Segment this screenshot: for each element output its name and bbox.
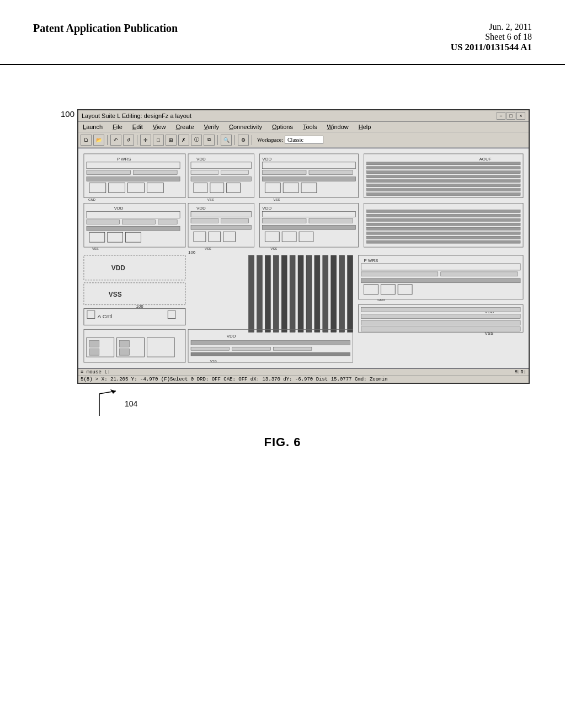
label-104: 104: [125, 399, 137, 408]
toolbar-sep-5: [252, 135, 252, 145]
svg-rect-62: [221, 218, 249, 223]
toolbar-sep-2: [137, 135, 137, 145]
svg-rect-45: [366, 193, 520, 196]
svg-rect-130: [89, 340, 99, 347]
maximize-button[interactable]: □: [507, 112, 515, 120]
svg-text:GND: GND: [88, 198, 96, 201]
menu-options[interactable]: Options: [270, 123, 295, 131]
app-toolbar: 🗋 📂 ↶ ↺ ✛ □ ⊞ ✗ ⓘ ⧉ 🔍 ⚙ Workspace: Class…: [78, 132, 529, 148]
svg-rect-40: [366, 171, 520, 174]
toolbar-shape[interactable]: □: [153, 135, 164, 146]
toolbar-search[interactable]: 🔍: [221, 135, 232, 146]
svg-text:P WRS: P WRS: [117, 157, 131, 162]
svg-rect-73: [262, 225, 355, 229]
svg-text:VSS: VSS: [270, 247, 277, 250]
cmd-text: 5(8) > X: 21.205 Y: -4.970 (F)Select 0 D…: [81, 377, 387, 382]
svg-rect-138: [232, 347, 271, 350]
svg-rect-20: [221, 170, 249, 175]
svg-rect-50: [122, 220, 156, 224]
toolbar-undo[interactable]: ↶: [110, 135, 121, 146]
svg-text:VDD: VDD: [262, 157, 271, 162]
toolbar-sep-1: [107, 135, 108, 145]
menu-launch[interactable]: Launch: [81, 123, 105, 131]
figure-caption: FIG. 6: [33, 435, 532, 449]
app-statusbar: ≡ mouse L: M: R:: [78, 368, 529, 376]
svg-rect-139: [273, 347, 312, 350]
menu-connectivity[interactable]: Connectivity: [227, 123, 264, 131]
status-left: ≡ mouse L:: [81, 370, 110, 375]
svg-rect-21: [191, 177, 251, 181]
svg-rect-108: [348, 255, 353, 332]
menu-view[interactable]: View: [151, 123, 168, 131]
svg-rect-100: [281, 255, 287, 332]
status-right: R:: [520, 370, 526, 375]
svg-rect-98: [265, 255, 270, 332]
svg-rect-86: [366, 240, 520, 243]
workspace-label: Workspace:: [257, 137, 283, 143]
svg-text:VSS: VSS: [484, 331, 493, 336]
svg-text:VSS: VSS: [273, 198, 280, 201]
svg-rect-8: [87, 170, 131, 175]
svg-text:106: 106: [188, 250, 196, 255]
minimize-button[interactable]: −: [497, 112, 505, 120]
toolbar-move[interactable]: ✛: [140, 135, 151, 146]
svg-text:VDD: VDD: [196, 157, 206, 162]
toolbar-copy[interactable]: ⧉: [204, 135, 215, 146]
close-button[interactable]: ×: [516, 112, 525, 120]
svg-rect-104: [315, 255, 320, 332]
menu-edit[interactable]: Edit: [130, 123, 145, 131]
svg-text:VDD: VDD: [196, 206, 206, 211]
label-100: 100: [61, 109, 74, 119]
svg-rect-132: [120, 340, 130, 347]
svg-rect-131: [89, 349, 99, 355]
svg-text:VSS: VSS: [92, 247, 99, 250]
svg-rect-71: [262, 218, 306, 223]
svg-text:P WRS: P WRS: [364, 258, 378, 263]
svg-text:A Cntl: A Cntl: [98, 313, 113, 319]
svg-rect-81: [366, 218, 520, 221]
svg-text:GND: GND: [377, 298, 385, 302]
svg-rect-30: [309, 170, 353, 175]
app-cmdbar: 5(8) > X: 21.205 Y: -4.970 (F)Select 0 D…: [78, 376, 529, 383]
patent-title: Patent Application Publication: [33, 22, 178, 35]
toolbar-sep-4: [234, 135, 235, 145]
svg-rect-105: [323, 255, 328, 332]
svg-rect-140: [191, 352, 350, 356]
svg-text:106: 106: [136, 304, 143, 309]
svg-text:VDD: VDD: [111, 264, 126, 272]
svg-text:VSS: VSS: [205, 247, 211, 250]
app-title-text: Layout Suite L Editing: designFz a layou…: [82, 113, 191, 119]
svg-rect-122: [361, 314, 520, 319]
toolbar-open[interactable]: 📂: [93, 135, 104, 146]
svg-rect-31: [262, 177, 355, 181]
workspace-dropdown[interactable]: Classic: [285, 136, 323, 144]
sheet-info: Sheet 6 of 18: [451, 32, 532, 42]
svg-rect-19: [191, 170, 218, 175]
toolbar-info[interactable]: ⓘ: [191, 135, 202, 146]
svg-rect-114: [361, 279, 520, 283]
toolbar-new[interactable]: 🗋: [81, 135, 92, 146]
svg-rect-83: [366, 227, 520, 230]
svg-text:AOUF: AOUF: [479, 157, 491, 162]
svg-rect-107: [339, 255, 345, 332]
toolbar-settings[interactable]: ⚙: [238, 135, 249, 146]
menu-file[interactable]: File: [110, 123, 125, 131]
svg-rect-113: [441, 272, 518, 276]
svg-rect-51: [158, 220, 177, 224]
menu-create[interactable]: Create: [173, 123, 196, 131]
menu-tools[interactable]: Tools: [301, 123, 319, 131]
svg-rect-80: [366, 214, 520, 217]
menu-window[interactable]: Window: [325, 123, 351, 131]
svg-rect-79: [366, 210, 520, 212]
svg-rect-44: [366, 189, 520, 191]
toolbar-refresh[interactable]: ↺: [123, 135, 134, 146]
toolbar-grid[interactable]: ⊞: [166, 135, 177, 146]
svg-rect-102: [298, 255, 303, 332]
circuit-diagram: P WRS GND VDD: [78, 148, 529, 368]
svg-rect-63: [191, 225, 251, 229]
toolbar-sep-3: [217, 135, 218, 145]
svg-rect-60: [191, 211, 251, 217]
menu-help[interactable]: Help: [356, 123, 374, 131]
toolbar-cross[interactable]: ✗: [178, 135, 189, 146]
menu-verify[interactable]: Verify: [202, 123, 222, 131]
